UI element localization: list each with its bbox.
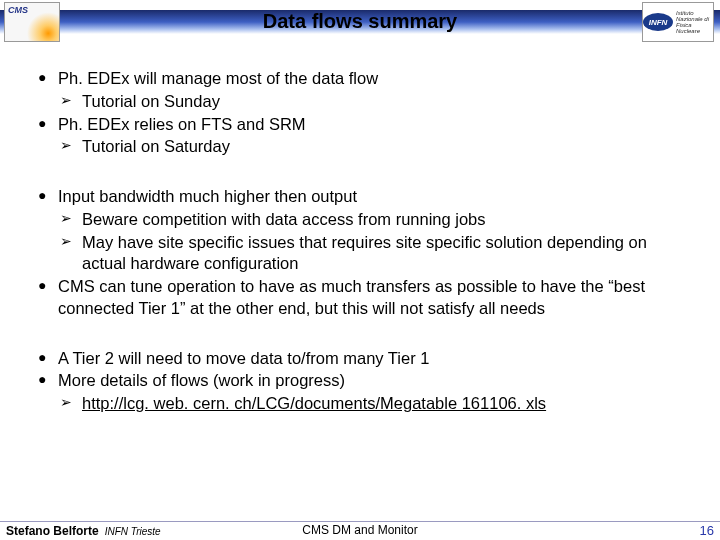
bullet-l2: Beware competition with data access from… [58,209,692,231]
bullet-list-l2: Tutorial on Saturday [58,136,692,158]
footer-rule [0,521,720,522]
footer-affiliation: INFN Trieste [105,526,161,537]
bullet-list-l2: Beware competition with data access from… [58,209,692,275]
bullet-l1-text: Input bandwidth much higher then output [58,187,357,205]
bullet-l2: Tutorial on Saturday [58,136,692,158]
bullet-l2: Tutorial on Sunday [58,91,692,113]
bullet-l2-text: Tutorial on Saturday [82,137,230,155]
infn-logo-oval: INFN [643,13,673,31]
slide-body: Ph. EDEx will manage most of the data fl… [0,46,720,415]
bullet-l1-text: More details of flows (work in progress) [58,371,345,389]
bullet-list-l2: http://lcg. web. cern. ch/LCG/documents/… [58,393,692,415]
slide-title: Data flows summary [0,10,720,33]
bullet-l1-text: A Tier 2 will need to move data to/from … [58,349,429,367]
slide-header: CMS Data flows summary INFN Istituto Naz… [0,0,720,46]
bullet-l2: May have site specific issues that requi… [58,232,692,276]
bullet-l2-text: May have site specific issues that requi… [82,233,647,273]
bullet-l1: More details of flows (work in progress)… [38,370,692,415]
bullet-l1: A Tier 2 will need to move data to/from … [38,348,692,370]
footer-center: CMS DM and Monitor [302,523,417,537]
footer-page-number: 16 [700,523,714,538]
footer-author: Stefano Belforte [6,524,99,538]
bullet-list-l1: A Tier 2 will need to move data to/from … [38,348,692,415]
bullet-list-l2: Tutorial on Sunday [58,91,692,113]
bullet-l2-link[interactable]: http://lcg. web. cern. ch/LCG/documents/… [82,394,546,412]
infn-logo: INFN Istituto Nazionale di Fisica Nuclea… [642,2,714,42]
bullet-l2-text: Tutorial on Sunday [82,92,220,110]
bullet-l1: Input bandwidth much higher then outputB… [38,186,692,275]
bullet-list-l1: Input bandwidth much higher then outputB… [38,186,692,320]
bullet-l2: http://lcg. web. cern. ch/LCG/documents/… [58,393,692,415]
bullet-l1-text: Ph. EDEx relies on FTS and SRM [58,115,306,133]
bullet-l1: Ph. EDEx will manage most of the data fl… [38,68,692,113]
bullet-l1: CMS can tune operation to have as much t… [38,276,692,320]
infn-logo-text: Istituto Nazionale di Fisica Nucleare [676,10,713,34]
bullet-block: Ph. EDEx will manage most of the data fl… [38,68,692,158]
bullet-list-l1: Ph. EDEx will manage most of the data fl… [38,68,692,158]
bullet-l1-text: CMS can tune operation to have as much t… [58,277,645,317]
slide-footer: Stefano Belforte INFN Trieste CMS DM and… [0,523,720,538]
bullet-l1: Ph. EDEx relies on FTS and SRMTutorial o… [38,114,692,159]
bullet-block: Input bandwidth much higher then outputB… [38,186,692,320]
bullet-l2-text: Beware competition with data access from… [82,210,486,228]
bullet-l1-text: Ph. EDEx will manage most of the data fl… [58,69,378,87]
bullet-block: A Tier 2 will need to move data to/from … [38,348,692,415]
